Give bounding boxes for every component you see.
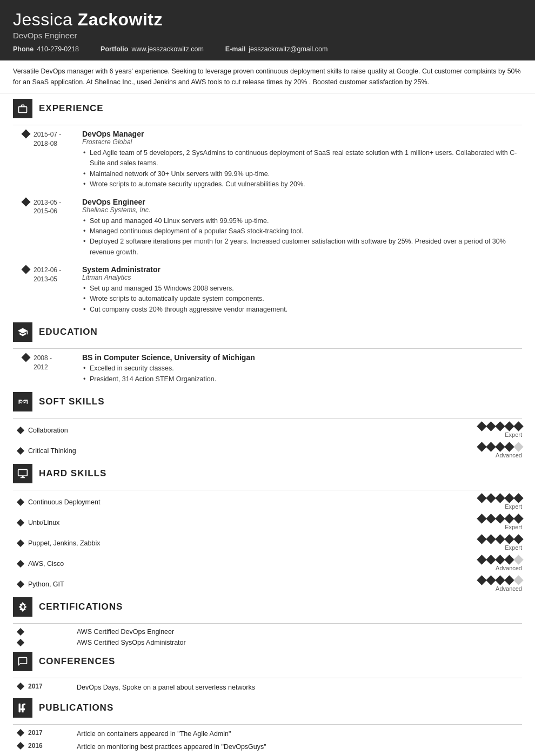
job-company: Frostacre Global [82,138,522,146]
diamonds-row [478,443,522,450]
timeline-content: DevOps ManagerFrostacre GlobalLed Agile … [82,130,522,190]
education-icon [13,322,32,342]
filled-diamond [495,534,505,544]
conf-entry: 2017Article on containers appeared in "T… [13,729,522,739]
diamonds-row [478,423,522,430]
filled-diamond [477,493,486,503]
soft-skills-list: CollaborationExpertCritical ThinkingAdva… [13,423,522,458]
conferences-header: CONFERENCES [13,652,522,673]
skill-bullet [13,448,28,454]
diamonds-row [478,577,522,584]
filled-diamond [477,534,486,544]
portfolio-contact: Portfolio www.jesszackowitz.com [101,45,204,53]
briefcase-icon [17,103,28,114]
skill-level: Advanced [496,585,522,592]
experience-entry: 2012-06 -2013-05System AdministratorLitm… [18,265,522,315]
email-contact: E-mail jesszackowitz@gmail.com [225,45,328,53]
job-bullet-item: Managed continuous deployment of a popul… [82,226,522,237]
badge-icon [17,602,28,612]
soft-skills-header: SOFT SKILLS [13,392,522,414]
skill-name: AWS, Cisco [28,560,478,568]
skill-row: AWS, CiscoAdvanced [13,556,522,571]
conferences-divider [13,678,522,678]
job-title: System Administrator [82,265,522,274]
filled-diamond [477,555,486,564]
bullet-diamond [22,130,31,139]
job-bullet-item: Wrote scripts to automate security upgra… [82,179,522,190]
skill-bullet [13,520,28,525]
conf-year: 2016 [28,742,77,750]
skill-level: Expert [505,503,522,510]
job-bullet-item: Maintained network of 30+ Unix servers w… [82,169,522,179]
skill-bullet [13,582,28,587]
hard-skills-icon [13,464,32,483]
filled-diamond [486,534,496,544]
publications-icon [13,698,32,718]
job-bullets: Led Agile team of 5 developers, 2 SysAdm… [82,148,522,190]
publications-header: PUBLICATIONS [13,698,522,720]
filled-diamond [513,534,523,544]
experience-section: EXPERIENCE 2015-07 -2018-08DevOps Manage… [13,99,522,315]
soft-skills-title: SOFT SKILLS [39,396,105,407]
job-bullet-item: Set up and managed 40 Linux servers with… [82,216,522,226]
filled-diamond [504,421,514,431]
timeline-dates: 2015-07 -2018-08 [34,130,82,190]
job-bullets: Set up and managed 15 Windows 2008 serve… [82,284,522,315]
filled-diamond [504,575,514,585]
conf-text: DevOps Days, Spoke on a panel about serv… [77,683,522,693]
certifications-header: CERTIFICATIONS [13,597,522,619]
publications-section: PUBLICATIONS 2017Article on containers a… [13,698,522,753]
email-value: jesszackowitz@gmail.com [249,45,327,53]
education-entry: 2008 -2012BS in Computer Science, Univer… [18,353,522,384]
hard-skills-header: HARD SKILLS [13,464,522,485]
conferences-section: CONFERENCES 2017DevOps Days, Spoke on a … [13,652,522,693]
filled-diamond [504,534,514,544]
filled-diamond [504,493,514,503]
soft-skills-section: SOFT SKILLS CollaborationExpertCritical … [13,392,522,458]
job-title: DevOps Engineer [82,198,522,206]
diamonds-row [478,495,522,502]
skill-diamond [17,539,24,547]
filled-diamond [486,442,496,451]
filled-diamond [477,575,486,585]
portfolio-label: Portfolio [101,45,128,53]
experience-timeline: 2015-07 -2018-08DevOps ManagerFrostacre … [13,130,522,315]
edu-bullet-item: President, 314 Action STEM Organization. [82,374,522,384]
filled-diamond [504,442,514,451]
cert-diamond [17,628,24,636]
filled-diamond [504,555,514,564]
phone-label: Phone [13,45,34,53]
skill-bullet [13,561,28,566]
education-header: EDUCATION [13,322,522,344]
skill-rating: Expert [478,423,522,438]
header-title: DevOps Engineer [13,31,522,40]
job-title: DevOps Manager [82,130,522,138]
experience-entry: 2015-07 -2018-08DevOps ManagerFrostacre … [18,130,522,190]
phone-value: 410-279-0218 [37,45,79,53]
skill-rating: Expert [478,515,522,530]
cert-bullet [13,629,28,634]
certifications-list: AWS Certified DevOps EngineerAWS Certifi… [13,628,522,646]
svg-rect-0 [19,703,21,712]
filled-diamond [504,514,514,523]
timeline-bullet [18,265,34,315]
filled-diamond [477,442,486,451]
publications-list: 2017Article on containers appeared in "T… [13,729,522,753]
resume-body: EXPERIENCE 2015-07 -2018-08DevOps Manage… [0,99,535,752]
timeline-bullet [18,130,34,190]
job-company: Litman Analytics [82,274,522,281]
filled-diamond [513,514,523,523]
filled-diamond [486,493,496,503]
conf-bullet [13,683,28,689]
conferences-title: CONFERENCES [39,656,115,667]
conf-diamond [17,683,24,690]
portfolio-value: www.jesszackowitz.com [131,45,203,53]
filled-diamond [513,421,523,431]
cert-diamond [17,639,24,646]
skill-row: CollaborationExpert [13,423,522,438]
education-section: EDUCATION 2008 -2012BS in Computer Scien… [13,322,522,384]
cert-entry: AWS Certified SysOps Administrator [13,639,522,646]
edu-degree: BS in Computer Science, University of Mi… [82,353,522,362]
hard-skills-list: Continuous DeploymentExpertUnix/LinuxExp… [13,495,522,592]
filled-diamond [477,421,486,431]
